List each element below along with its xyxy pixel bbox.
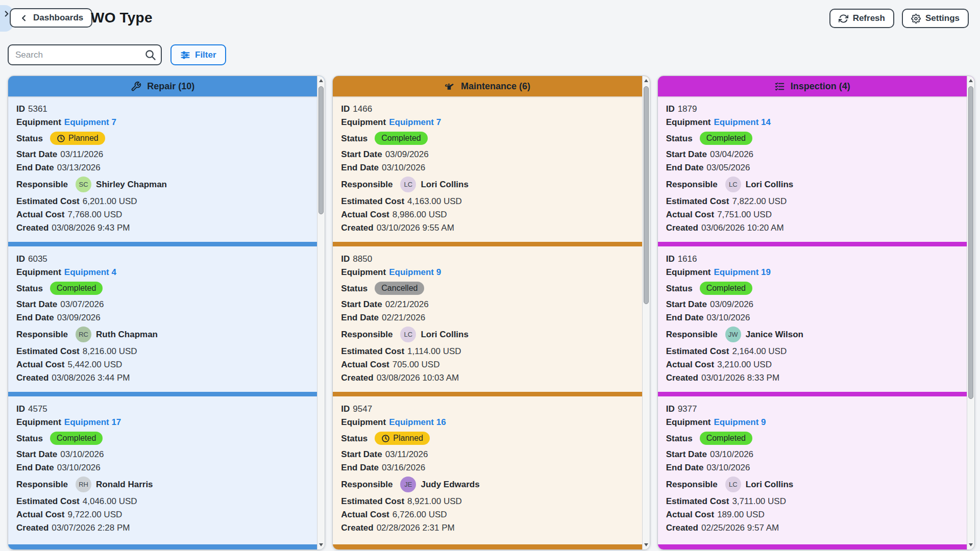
card-estimated-cost-row: Estimated Cost1,114.00 USD: [341, 346, 633, 357]
equipment-link[interactable]: Equipment 17: [64, 417, 121, 427]
card-divider: [333, 392, 642, 396]
settings-button[interactable]: Settings: [902, 9, 969, 28]
card-responsible-row: Responsible LC Lori Collins: [666, 477, 959, 492]
wrench-icon: [131, 81, 141, 92]
card-start-date-row: Start Date03/07/2026: [16, 299, 309, 310]
estimated-cost: 1,114.00 USD: [407, 346, 461, 356]
card-estimated-cost-row: Estimated Cost4,046.00 USD: [16, 496, 309, 507]
clock-icon: [57, 134, 65, 143]
avatar: RC: [76, 327, 91, 342]
work-order-id: 8850: [353, 254, 372, 264]
actual-cost: 5,442.00 USD: [67, 360, 122, 369]
column-header: Repair (10): [8, 76, 325, 96]
work-order-id: 5361: [28, 104, 47, 114]
card-start-date-row: Start Date02/21/2026: [341, 299, 633, 310]
avatar: LC: [400, 327, 416, 342]
card-actual-cost-row: Actual Cost8,986.00 USD: [341, 209, 633, 220]
scrollbar-down-arrow[interactable]: [317, 541, 325, 549]
equipment-link[interactable]: Equipment 7: [389, 117, 441, 127]
card-equipment-row: EquipmentEquipment 16: [341, 417, 633, 428]
status-badge: Completed: [50, 432, 103, 445]
end-date: 02/21/2026: [382, 313, 425, 322]
card-created-row: Created03/01/2026 8:33 PM: [666, 372, 959, 383]
scrollbar-up-arrow[interactable]: [643, 77, 650, 85]
card-start-date-row: Start Date03/10/2026: [16, 449, 309, 460]
refresh-button[interactable]: Refresh: [829, 9, 894, 28]
card-responsible-row: Responsible RC Ruth Chapman: [16, 327, 309, 342]
work-order-card[interactable]: ID6035 EquipmentEquipment 4 Status Compl…: [8, 246, 317, 392]
card-divider: [8, 242, 317, 246]
card-equipment-row: EquipmentEquipment 7: [341, 117, 633, 128]
search-input[interactable]: [8, 44, 162, 65]
status-badge: Completed: [50, 282, 103, 295]
card-responsible-row: Responsible LC Lori Collins: [341, 177, 633, 192]
card-actual-cost-row: Actual Cost5,442.00 USD: [16, 359, 309, 370]
clock-icon: [381, 434, 390, 443]
created-timestamp: 03/08/2026 3:44 PM: [52, 373, 130, 383]
card-created-row: Created03/08/2026 3:44 PM: [16, 372, 309, 383]
actual-cost: 3,210.00 USD: [717, 360, 772, 369]
scrollbar-down-arrow[interactable]: [967, 541, 975, 549]
work-order-card[interactable]: ID9377 EquipmentEquipment 9 Status Compl…: [658, 396, 967, 542]
equipment-link[interactable]: Equipment 9: [389, 267, 441, 277]
work-order-card[interactable]: ID1616 EquipmentEquipment 19 Status Comp…: [658, 246, 967, 392]
card-equipment-row: EquipmentEquipment 4: [16, 267, 309, 278]
scrollbar-up-arrow[interactable]: [967, 77, 975, 85]
equipment-link[interactable]: Equipment 9: [714, 417, 766, 427]
refresh-icon: [839, 14, 848, 23]
filter-button-label: Filter: [195, 50, 216, 60]
work-order-card[interactable]: ID8850 EquipmentEquipment 9 Status Cance…: [333, 246, 642, 392]
work-order-card[interactable]: ID1879 EquipmentEquipment 14 Status Comp…: [658, 96, 967, 242]
toolbar: Filter: [8, 44, 226, 65]
card-divider: [658, 242, 967, 246]
created-timestamp: 03/07/2026 2:28 PM: [52, 523, 130, 533]
card-id-row: ID1466: [341, 104, 633, 114]
avatar: SC: [76, 177, 91, 192]
card-id-row: ID4575: [16, 404, 309, 414]
scrollbar-thumb[interactable]: [318, 86, 324, 214]
card-end-date-row: End Date03/10/2026: [16, 462, 309, 473]
responsible-name: Ronald Harris: [96, 479, 153, 490]
end-date: 03/16/2026: [382, 463, 425, 472]
responsible-name: Lori Collins: [746, 479, 794, 490]
work-order-card[interactable]: ID4575 EquipmentEquipment 17 Status Comp…: [8, 396, 317, 542]
column-scrollbar[interactable]: [967, 76, 974, 549]
created-timestamp: 03/10/2026 9:55 AM: [377, 223, 454, 233]
next-card-top-bar: [333, 544, 642, 549]
filter-button[interactable]: Filter: [170, 44, 226, 65]
work-order-card[interactable]: ID1466 EquipmentEquipment 7 Status Compl…: [333, 96, 642, 242]
equipment-link[interactable]: Equipment 19: [714, 267, 771, 277]
end-date: 03/05/2026: [706, 163, 750, 172]
responsible-name: Judy Edwards: [421, 479, 479, 490]
column-scrollbar[interactable]: [317, 76, 325, 549]
filter-sliders-icon: [180, 50, 190, 60]
estimated-cost: 6,201.00 USD: [83, 196, 137, 206]
equipment-link[interactable]: Equipment 16: [389, 417, 446, 427]
oil-can-icon: [445, 81, 455, 92]
equipment-link[interactable]: Equipment 7: [64, 117, 116, 127]
card-status-row: Status Completed: [666, 132, 959, 145]
scrollbar-thumb[interactable]: [968, 86, 973, 398]
estimated-cost: 3,711.00 USD: [732, 496, 786, 506]
back-to-dashboards-button[interactable]: Dashboards: [10, 8, 92, 28]
scrollbar-up-arrow[interactable]: [317, 77, 325, 85]
status-badge: Completed: [375, 132, 427, 145]
start-date: 03/04/2026: [710, 149, 753, 159]
work-order-card[interactable]: ID9547 EquipmentEquipment 16 Status Plan…: [333, 396, 642, 542]
column-card-list: ID1466 EquipmentEquipment 7 Status Compl…: [333, 96, 642, 549]
card-start-date-row: Start Date03/09/2026: [666, 299, 959, 310]
card-actual-cost-row: Actual Cost705.00 USD: [341, 359, 633, 370]
avatar: LC: [400, 177, 416, 192]
start-date: 02/21/2026: [385, 299, 429, 309]
avatar: LC: [725, 177, 741, 192]
equipment-link[interactable]: Equipment 14: [714, 117, 771, 127]
refresh-button-label: Refresh: [853, 13, 885, 23]
work-order-card[interactable]: ID5361 EquipmentEquipment 7 Status Plann…: [8, 96, 317, 242]
scrollbar-thumb[interactable]: [644, 86, 649, 304]
estimated-cost: 2,164.00 USD: [732, 346, 787, 356]
equipment-link[interactable]: Equipment 4: [64, 267, 116, 277]
actual-cost: 705.00 USD: [393, 360, 440, 369]
scrollbar-down-arrow[interactable]: [643, 541, 650, 549]
column-scrollbar[interactable]: [642, 76, 650, 549]
column-card-list: ID5361 EquipmentEquipment 7 Status Plann…: [8, 96, 317, 549]
